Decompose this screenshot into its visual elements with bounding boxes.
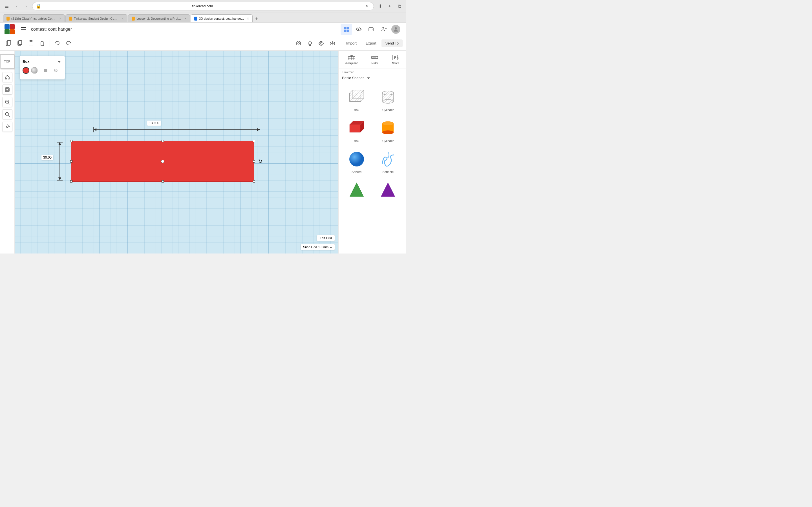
tab-3[interactable]: Lesson 2: Documenting a Project : 7 Step…: [128, 14, 190, 22]
align-button[interactable]: [316, 38, 326, 48]
left-panel: TOP: [0, 51, 15, 253]
svg-rect-85: [352, 90, 364, 99]
solid-icon-button[interactable]: [42, 66, 50, 74]
copy-button[interactable]: [15, 38, 25, 48]
address-bar[interactable]: 🔒 tinkercad.com ↻: [32, 2, 374, 10]
lock-icon: 🔒: [36, 3, 42, 9]
shape-img-cylinder-gray: [378, 87, 398, 107]
panel-expand-button[interactable]: ❯: [338, 73, 339, 82]
add-person-button[interactable]: [378, 24, 389, 35]
code-view-button[interactable]: [353, 24, 364, 35]
handle-br[interactable]: [253, 180, 255, 182]
view-cube[interactable]: TOP: [0, 53, 16, 70]
shape-item-cylinder-orange[interactable]: Cylinder: [373, 116, 403, 145]
snap-grid-up-button[interactable]: ▲: [329, 245, 333, 249]
handle-lc[interactable]: [70, 160, 72, 163]
color-red-option[interactable]: [22, 67, 29, 74]
handle-tl[interactable]: [70, 140, 72, 142]
shape-item-box-red[interactable]: Box: [342, 116, 371, 145]
tab-close-2[interactable]: ×: [122, 17, 124, 20]
toolbar: Import Export Send To: [0, 36, 406, 51]
workplane-item[interactable]: Workplane: [342, 52, 361, 66]
lightbulb-button[interactable]: [305, 38, 315, 48]
dimension-height-label: 30.00: [42, 155, 53, 160]
back-button[interactable]: ‹: [13, 2, 21, 10]
tab-close-3[interactable]: ×: [185, 17, 186, 20]
shape-label-sphere-blue: Sphere: [352, 170, 361, 173]
shape-item-scribble[interactable]: Scribble: [373, 147, 403, 176]
windows-button[interactable]: ⧉: [395, 2, 403, 10]
shape-item-pyramid-purple[interactable]: [373, 178, 403, 203]
svg-line-44: [8, 103, 10, 104]
notes-item[interactable]: Notes: [389, 52, 403, 66]
svg-rect-27: [309, 45, 311, 45]
export-button[interactable]: Export: [362, 40, 380, 47]
shape-item-cylinder-gray[interactable]: Cylinder: [373, 85, 403, 114]
tab-close-1[interactable]: ×: [59, 17, 61, 20]
canvas-area[interactable]: Box: [15, 51, 338, 253]
handle-center[interactable]: [161, 160, 164, 163]
grid-view-button[interactable]: [341, 24, 352, 35]
new-button[interactable]: [3, 38, 13, 48]
handle-tr[interactable]: [253, 140, 255, 142]
tab-close-4[interactable]: ×: [247, 17, 249, 20]
3d-object-container[interactable]: 130.00: [71, 141, 254, 182]
shape-item-sphere-blue[interactable]: Sphere: [342, 147, 371, 176]
forward-button[interactable]: ›: [22, 2, 30, 10]
redo-button[interactable]: [63, 38, 73, 48]
simulation-button[interactable]: [365, 24, 377, 35]
shape-item-box-gray[interactable]: Box: [342, 85, 371, 114]
view-cube-face: TOP: [0, 54, 15, 69]
tabs-bar: (S1)(In-Class)(Instruables Contest - Tin…: [0, 12, 406, 22]
category-select[interactable]: Basic Shapes: [342, 75, 403, 80]
edit-grid-container: Edit Grid: [317, 235, 335, 241]
edit-grid-button[interactable]: Edit Grid: [317, 235, 335, 241]
svg-rect-5: [344, 30, 346, 32]
menu-toggle-button[interactable]: [19, 25, 28, 34]
svg-line-89: [361, 99, 364, 101]
svg-rect-1: [5, 6, 8, 6]
svg-marker-105: [350, 182, 364, 196]
tab-label-4: 3D design contest: coat hanger | Tinkerc…: [199, 17, 244, 20]
handle-tc[interactable]: [161, 140, 164, 142]
mirror-button[interactable]: [327, 38, 338, 48]
import-button[interactable]: Import: [342, 40, 361, 47]
delete-button[interactable]: [37, 38, 47, 48]
undo-button[interactable]: [52, 38, 62, 48]
handle-bc[interactable]: [161, 180, 164, 182]
sidebar-toggle-button[interactable]: [3, 2, 11, 10]
handle-bl[interactable]: [70, 180, 72, 182]
orient-button[interactable]: [2, 122, 12, 132]
zoom-out-button[interactable]: [2, 109, 12, 119]
paste-button[interactable]: [26, 38, 36, 48]
color-gray-option[interactable]: [31, 67, 38, 74]
reload-button[interactable]: ↻: [363, 3, 370, 10]
send-to-button[interactable]: Send To: [382, 40, 403, 47]
avatar-button[interactable]: [390, 24, 402, 35]
browser-nav-buttons: ‹ ›: [13, 2, 30, 10]
svg-rect-0: [5, 5, 8, 5]
tab-4[interactable]: 3D design contest: coat hanger | Tinkerc…: [191, 14, 253, 22]
hollow-icon-button[interactable]: [52, 66, 60, 74]
new-tab-button[interactable]: +: [386, 2, 394, 10]
tab-1[interactable]: (S1)(In-Class)(Instruables Contest - Tin…: [3, 14, 65, 22]
camera-button[interactable]: [294, 38, 304, 48]
panel-collapse-button[interactable]: [56, 59, 62, 64]
home-view-button[interactable]: [2, 72, 12, 82]
svg-rect-2: [5, 7, 8, 8]
shape-item-pyramid-green[interactable]: [342, 178, 371, 203]
category-dropdown-button[interactable]: [366, 75, 371, 80]
svg-point-30: [319, 41, 323, 45]
ruler-item[interactable]: Ruler: [368, 52, 382, 66]
fit-view-button[interactable]: [2, 84, 12, 95]
svg-rect-3: [344, 27, 346, 29]
chevron-down-icon: [58, 61, 61, 63]
tab-2[interactable]: Tinkercad Student Design Contest - Instr…: [65, 14, 128, 22]
new-tab-btn[interactable]: +: [253, 15, 260, 22]
shape-img-cylinder-orange: [378, 118, 398, 138]
zoom-in-button[interactable]: [2, 97, 12, 107]
handle-rc[interactable]: [253, 160, 255, 163]
share-button[interactable]: ⬆: [376, 2, 384, 10]
rotate-handle[interactable]: ↻: [258, 158, 262, 165]
red-box[interactable]: ↻: [71, 141, 254, 182]
